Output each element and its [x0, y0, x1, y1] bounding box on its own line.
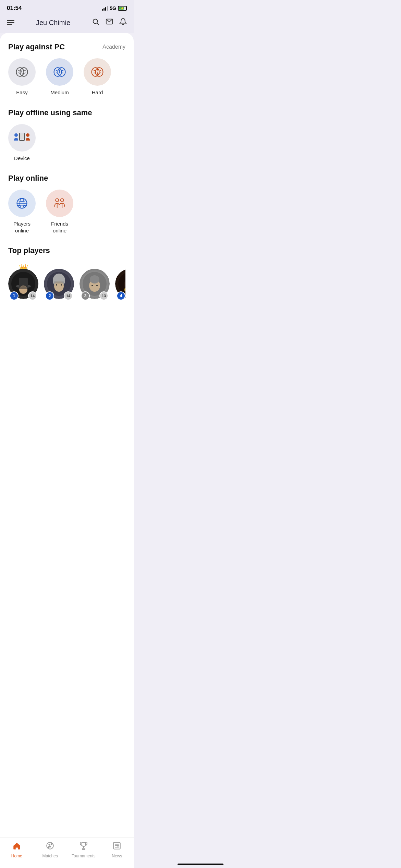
player-score-badge-1: 14 — [28, 291, 37, 300]
medium-label: Medium — [50, 89, 69, 96]
main-content: Play against PC Academy Easy — [0, 33, 134, 867]
player-rank-badge-2: 2 — [45, 291, 54, 300]
top-players-title: Top players — [8, 246, 50, 255]
battery-icon: ⚡ — [118, 6, 127, 11]
play-against-pc-header: Play against PC Academy — [8, 43, 125, 51]
player-score-badge-2: 14 — [64, 291, 73, 300]
top-players-header: Top players — [8, 246, 125, 255]
signal-icon — [102, 6, 108, 11]
play-online-title: Play online — [8, 174, 48, 183]
menu-line-3 — [7, 24, 12, 25]
easy-option[interactable]: Easy — [8, 58, 36, 96]
svg-point-33 — [92, 285, 93, 286]
hard-circle — [84, 58, 111, 86]
svg-rect-27 — [54, 281, 64, 284]
svg-point-43 — [51, 844, 52, 845]
friends-online-option[interactable]: Friendsonline — [46, 190, 73, 234]
home-label: Home — [11, 854, 22, 858]
header-actions — [92, 18, 127, 27]
players-online-circle — [8, 190, 36, 217]
nav-matches[interactable]: Matches — [38, 841, 62, 858]
svg-point-13 — [26, 133, 29, 137]
players-online-label: Playersonline — [13, 220, 31, 234]
mail-icon[interactable] — [106, 18, 113, 27]
header: Jeu Chimie — [0, 14, 134, 33]
device-circle — [8, 124, 36, 152]
svg-point-23 — [17, 286, 29, 289]
svg-point-44 — [48, 847, 49, 848]
svg-point-32 — [90, 275, 99, 284]
easy-circle — [8, 58, 36, 86]
device-option[interactable]: Device — [8, 124, 36, 162]
medium-circle — [46, 58, 73, 86]
player-rank-badge-3: 3 — [81, 291, 90, 300]
friends-online-label: Friendsonline — [51, 220, 68, 234]
bell-icon[interactable] — [119, 18, 127, 27]
hard-label: Hard — [92, 89, 103, 96]
device-label: Device — [14, 155, 30, 162]
news-icon — [112, 841, 121, 852]
matches-label: Matches — [42, 854, 58, 858]
play-offline-title: Play offline using same — [8, 108, 92, 117]
player-rank-badge-1: 1 — [10, 291, 19, 300]
svg-point-29 — [61, 284, 62, 286]
player-card-3[interactable]: 3 13 — [80, 269, 110, 299]
tournaments-icon — [79, 841, 88, 852]
player-rank-badge-4: 4 — [117, 291, 125, 300]
player-card-4[interactable]: 4 13 — [115, 269, 125, 299]
tournaments-label: Tournaments — [72, 854, 95, 858]
player-card-1[interactable]: 👑 1 14 — [8, 269, 38, 299]
friends-icon — [53, 196, 66, 210]
svg-point-17 — [56, 198, 59, 202]
play-offline-header: Play offline using same — [8, 108, 125, 117]
players-online-option[interactable]: Playersonline — [8, 190, 36, 234]
search-icon[interactable] — [92, 18, 99, 27]
nav-home[interactable]: Home — [5, 841, 29, 858]
play-against-pc-title: Play against PC — [8, 43, 65, 51]
svg-point-12 — [22, 140, 22, 140]
online-options: Playersonline Friendsonlin — [8, 190, 125, 234]
academy-link[interactable]: Academy — [102, 44, 125, 50]
menu-button[interactable] — [7, 20, 14, 25]
nav-news[interactable]: News — [105, 841, 129, 858]
svg-point-9 — [14, 133, 18, 137]
home-icon — [12, 841, 21, 852]
svg-line-1 — [97, 23, 99, 25]
news-label: News — [112, 854, 122, 858]
top-players-row: 👑 1 14 — [8, 262, 125, 302]
globe-icon — [15, 196, 29, 210]
player-score-badge-3: 13 — [99, 291, 108, 300]
network-type: 5G — [110, 5, 116, 11]
hard-brain-icon — [90, 64, 105, 80]
menu-line-2 — [7, 22, 14, 23]
medium-brain-icon — [52, 64, 67, 80]
offline-options: Device — [8, 124, 125, 162]
nav-tournaments[interactable]: Tournaments — [72, 841, 96, 858]
status-time: 01:54 — [7, 5, 22, 12]
play-online-header: Play online — [8, 174, 125, 183]
svg-rect-51 — [117, 845, 119, 846]
svg-point-28 — [56, 284, 57, 286]
matches-icon — [46, 841, 54, 852]
easy-brain-icon — [14, 64, 29, 80]
device-icon — [13, 130, 31, 145]
bottom-nav: Home Matches Tournaments — [0, 837, 134, 867]
friends-online-circle — [46, 190, 73, 217]
app-title: Jeu Chimie — [36, 19, 70, 27]
player-card-2[interactable]: 2 14 — [44, 269, 74, 299]
status-bar: 01:54 5G ⚡ — [0, 0, 134, 14]
svg-point-18 — [61, 198, 64, 202]
status-icons: 5G ⚡ — [102, 5, 127, 11]
difficulty-options: Easy Medium — [8, 58, 125, 96]
menu-line-1 — [7, 20, 14, 21]
hard-option[interactable]: Hard — [84, 58, 111, 96]
svg-rect-11 — [20, 134, 24, 139]
easy-label: Easy — [16, 89, 27, 96]
svg-point-34 — [96, 285, 98, 286]
medium-option[interactable]: Medium — [46, 58, 73, 96]
